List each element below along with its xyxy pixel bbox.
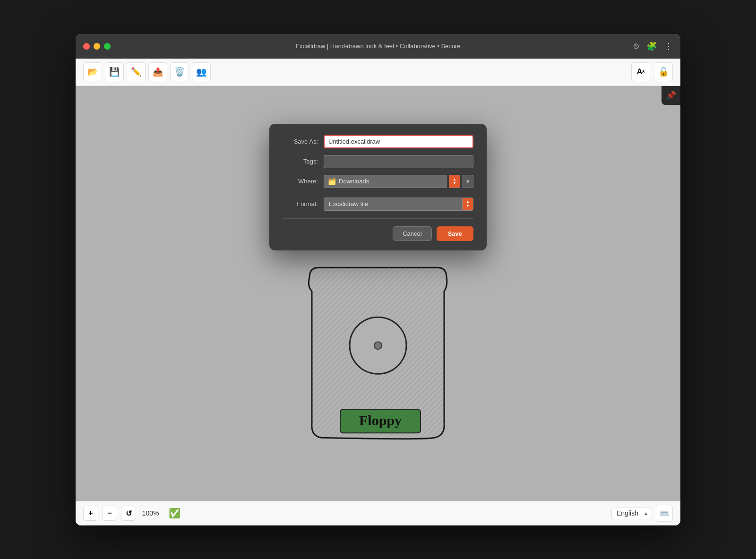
- where-wrapper: 🗂️ Downloads ▲ ▼ ▾: [324, 175, 473, 188]
- menu-icon[interactable]: ⋮: [664, 41, 673, 52]
- where-expand-button[interactable]: ▾: [462, 175, 473, 188]
- language-wrapper: English ▲: [611, 507, 652, 519]
- delete-button[interactable]: 🗑️: [170, 62, 189, 81]
- save-as-label: Save As:: [283, 138, 318, 145]
- keyboard-button[interactable]: ⌨️: [656, 505, 673, 522]
- save-button-dialog[interactable]: Save: [437, 226, 473, 241]
- format-wrapper: Excalidraw file ▲ ▼: [324, 198, 473, 211]
- open-folder-button[interactable]: 📂: [83, 62, 102, 81]
- format-stepper-up-icon: ▲: [466, 200, 470, 204]
- traffic-lights: [83, 43, 111, 50]
- stepper-down-icon: ▼: [453, 181, 456, 185]
- canvas-area[interactable]: Floppy 📌 Save As:: [76, 86, 680, 501]
- save-dialog: Save As: Tags: Where: 🗂️: [269, 124, 487, 250]
- keyboard-icon: ⌨️: [660, 509, 669, 518]
- collaborate-button[interactable]: 👥: [192, 62, 211, 81]
- zoom-reset-button[interactable]: ↺: [121, 506, 136, 521]
- close-button[interactable]: [83, 43, 90, 50]
- font-button[interactable]: A8: [631, 62, 650, 81]
- where-label: Where:: [283, 178, 318, 185]
- app-window: Excalidraw | Hand-drawn look & feel • Co…: [76, 34, 680, 525]
- where-value: Downloads: [339, 178, 369, 185]
- format-label: Format:: [283, 200, 318, 207]
- language-select[interactable]: English: [611, 507, 652, 519]
- tags-label: Tags:: [283, 158, 318, 165]
- titlebar-actions: ⎋ 🧩 ⋮: [634, 41, 673, 52]
- format-stepper-down-icon: ▼: [466, 204, 470, 208]
- minimize-button[interactable]: [94, 43, 100, 50]
- where-row: Where: 🗂️ Downloads ▲ ▼ ▾: [283, 175, 473, 188]
- cancel-button[interactable]: Cancel: [393, 226, 431, 241]
- format-main[interactable]: Excalidraw file: [324, 198, 462, 211]
- format-row: Format: Excalidraw file ▲ ▼: [283, 198, 473, 211]
- chevron-down-icon: ▾: [466, 178, 469, 185]
- where-main[interactable]: 🗂️ Downloads: [324, 175, 447, 188]
- format-value: Excalidraw file: [329, 200, 368, 207]
- lock-button[interactable]: 🔓: [654, 62, 673, 81]
- maximize-button[interactable]: [104, 43, 111, 50]
- security-icon: ✅: [169, 507, 180, 519]
- folder-icon: 🗂️: [328, 178, 336, 185]
- toolbar: 📂 💾 ✏️ 📤 🗑️ 👥 A8 🔓: [76, 59, 680, 86]
- extensions-icon[interactable]: 🧩: [646, 41, 657, 52]
- app-content: 📂 💾 ✏️ 📤 🗑️ 👥 A8 🔓 # ffffff: [76, 59, 680, 525]
- edit-button[interactable]: ✏️: [127, 62, 146, 81]
- zoom-level: 100%: [140, 509, 161, 517]
- window-title: Excalidraw | Hand-drawn look & feel • Co…: [295, 43, 460, 50]
- titlebar: Excalidraw | Hand-drawn look & feel • Co…: [76, 34, 680, 59]
- zoom-out-button[interactable]: −: [102, 506, 117, 521]
- tags-row: Tags:: [283, 155, 473, 168]
- save-button[interactable]: 💾: [105, 62, 124, 81]
- format-stepper[interactable]: ▲ ▼: [462, 198, 473, 211]
- bottom-right: English ▲ ⌨️: [611, 505, 673, 522]
- export-button[interactable]: 📤: [148, 62, 167, 81]
- where-stepper[interactable]: ▲ ▼: [449, 175, 460, 188]
- modal-overlay: Save As: Tags: Where: 🗂️: [76, 86, 680, 501]
- dialog-buttons: Cancel Save: [283, 226, 473, 241]
- zoom-controls: + − ↺ 100% ✅: [83, 506, 180, 521]
- save-as-row: Save As:: [283, 135, 473, 148]
- save-as-input[interactable]: [324, 135, 473, 148]
- zoom-in-button[interactable]: +: [83, 506, 98, 521]
- tags-input[interactable]: [324, 155, 473, 168]
- dialog-divider: [283, 218, 473, 219]
- share-icon[interactable]: ⎋: [634, 41, 639, 51]
- bottom-bar: + − ↺ 100% ✅ English ▲ ⌨️: [76, 501, 680, 525]
